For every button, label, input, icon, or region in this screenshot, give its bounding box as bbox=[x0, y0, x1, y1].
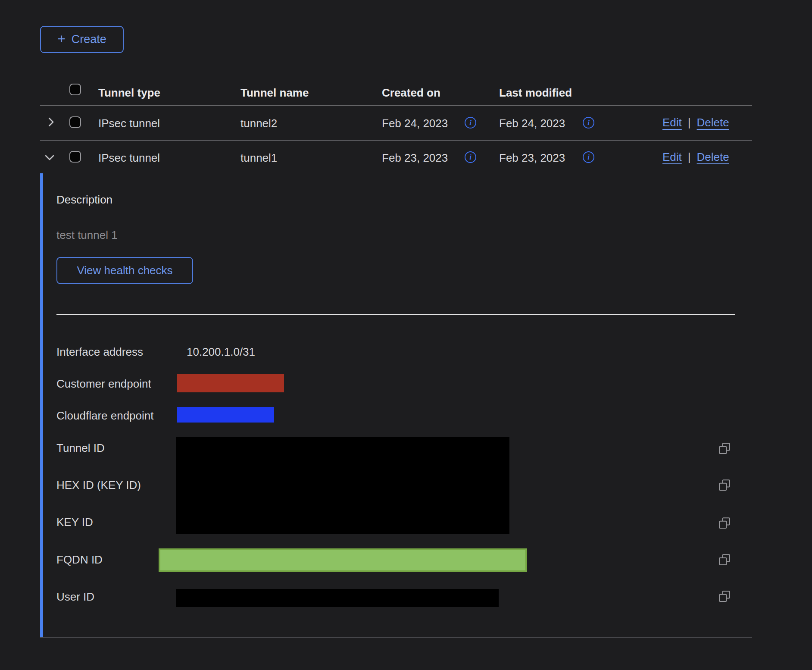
column-header-tunnel-name: Tunnel name bbox=[240, 86, 309, 100]
chevron-down-icon[interactable] bbox=[43, 151, 56, 166]
last-modified-cell: Feb 24, 2023 bbox=[499, 117, 565, 130]
fqdn-id-redacted-value bbox=[159, 548, 527, 572]
column-header-last-modified: Last modified bbox=[499, 86, 572, 100]
interface-address-value: 10.200.1.0/31 bbox=[187, 345, 255, 359]
description-label: Description bbox=[56, 193, 112, 207]
user-id-redacted-value bbox=[176, 589, 499, 607]
row-checkbox[interactable] bbox=[69, 151, 81, 163]
copy-user-id-button[interactable] bbox=[718, 590, 731, 603]
info-glyph: i bbox=[587, 119, 590, 127]
detail-divider bbox=[56, 314, 735, 315]
hex-id-label: HEX ID (KEY ID) bbox=[56, 479, 141, 492]
copy-fqdn-id-button[interactable] bbox=[718, 553, 731, 566]
edit-link[interactable]: Edit bbox=[662, 150, 682, 164]
tunnel-name-cell: tunnel1 bbox=[240, 151, 277, 165]
tunnels-page: + Create Tunnel type Tunnel name Created… bbox=[0, 0, 812, 670]
created-on-cell: Feb 24, 2023 bbox=[382, 117, 448, 130]
copy-tunnel-id-button[interactable] bbox=[718, 442, 731, 455]
info-glyph: i bbox=[469, 153, 472, 162]
select-all-checkbox[interactable] bbox=[69, 84, 81, 95]
info-icon[interactable]: i bbox=[583, 151, 594, 163]
row-divider bbox=[40, 140, 752, 141]
customer-endpoint-label: Customer endpoint bbox=[56, 377, 151, 391]
last-modified-cell: Feb 23, 2023 bbox=[499, 151, 565, 165]
plus-icon: + bbox=[57, 32, 66, 46]
info-icon[interactable]: i bbox=[583, 117, 594, 128]
interface-address-label: Interface address bbox=[56, 345, 143, 359]
ids-redacted-block bbox=[176, 437, 509, 534]
copy-key-id-button[interactable] bbox=[718, 517, 731, 529]
column-header-created-on: Created on bbox=[382, 86, 440, 100]
tunnel-type-cell: IPsec tunnel bbox=[98, 117, 160, 130]
info-icon[interactable]: i bbox=[465, 117, 476, 128]
create-button-label: Create bbox=[72, 33, 106, 46]
info-icon[interactable]: i bbox=[465, 151, 476, 163]
row-checkbox[interactable] bbox=[69, 116, 81, 128]
header-divider bbox=[40, 105, 752, 106]
copy-hex-id-button[interactable] bbox=[718, 479, 731, 492]
customer-endpoint-redacted-value bbox=[177, 374, 284, 392]
expanded-row-bottom-divider bbox=[40, 637, 752, 638]
key-id-label: KEY ID bbox=[56, 516, 93, 529]
description-value: test tunnel 1 bbox=[56, 229, 118, 242]
delete-link[interactable]: Delete bbox=[697, 116, 729, 129]
action-separator: | bbox=[688, 116, 691, 129]
tunnel-name-cell: tunnel2 bbox=[240, 117, 277, 130]
info-glyph: i bbox=[469, 119, 472, 127]
cloudflare-endpoint-label: Cloudflare endpoint bbox=[56, 409, 154, 423]
delete-link[interactable]: Delete bbox=[697, 150, 729, 164]
info-glyph: i bbox=[587, 153, 590, 162]
fqdn-id-label: FQDN ID bbox=[56, 553, 103, 567]
action-separator: | bbox=[688, 150, 691, 164]
cloudflare-endpoint-redacted-value bbox=[177, 407, 274, 423]
expanded-row-accent-bar bbox=[40, 173, 43, 637]
view-health-checks-button[interactable]: View health checks bbox=[56, 257, 193, 284]
tunnel-type-cell: IPsec tunnel bbox=[98, 151, 160, 165]
chevron-right-icon[interactable] bbox=[44, 116, 57, 130]
tunnel-id-label: Tunnel ID bbox=[56, 441, 105, 455]
edit-link[interactable]: Edit bbox=[662, 116, 682, 129]
create-button[interactable]: + Create bbox=[40, 26, 124, 53]
user-id-label: User ID bbox=[56, 590, 94, 604]
column-header-tunnel-type: Tunnel type bbox=[98, 86, 160, 100]
created-on-cell: Feb 23, 2023 bbox=[382, 151, 448, 165]
